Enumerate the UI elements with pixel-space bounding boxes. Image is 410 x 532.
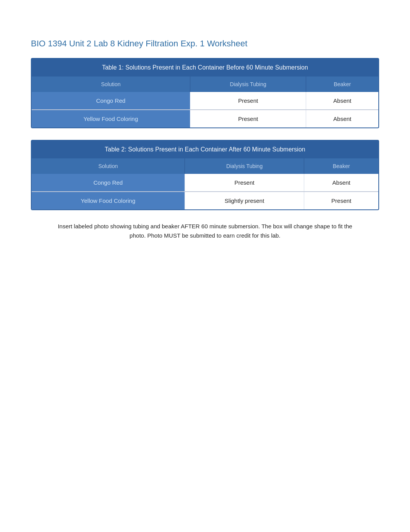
solution-cell: Congo Red bbox=[32, 174, 185, 192]
solution-cell: Yellow Food Coloring bbox=[32, 192, 185, 209]
table1-title: Table 1: Solutions Present in Each Conta… bbox=[32, 59, 378, 76]
table1-col-solution: Solution bbox=[32, 76, 190, 92]
solution-cell: Yellow Food Coloring bbox=[32, 110, 190, 127]
dialysis-cell: Present bbox=[190, 110, 306, 127]
dialysis-cell: Present bbox=[190, 92, 306, 110]
photo-note: Insert labeled photo showing tubing and … bbox=[51, 222, 359, 240]
beaker-cell: Present bbox=[304, 192, 378, 209]
table2-header-row: Solution Dialysis Tubing Beaker bbox=[32, 158, 378, 174]
beaker-cell: Absent bbox=[304, 174, 378, 192]
solution-cell: Congo Red bbox=[32, 92, 190, 110]
table-row: Yellow Food Coloring Slightly present Pr… bbox=[32, 192, 378, 209]
table2-container: Table 2: Solutions Present in Each Conta… bbox=[31, 140, 379, 210]
table-row: Congo Red Present Absent bbox=[32, 92, 378, 110]
table1-header-row: Solution Dialysis Tubing Beaker bbox=[32, 76, 378, 92]
table2-col-dialysis: Dialysis Tubing bbox=[185, 158, 304, 174]
table2-col-beaker: Beaker bbox=[304, 158, 378, 174]
table-row: Yellow Food Coloring Present Absent bbox=[32, 110, 378, 127]
table2-col-solution: Solution bbox=[32, 158, 185, 174]
table2: Solution Dialysis Tubing Beaker Congo Re… bbox=[32, 158, 378, 209]
beaker-cell: Absent bbox=[306, 92, 378, 110]
table1-container: Table 1: Solutions Present in Each Conta… bbox=[31, 58, 379, 128]
table1-col-beaker: Beaker bbox=[306, 76, 378, 92]
table1-col-dialysis: Dialysis Tubing bbox=[190, 76, 306, 92]
beaker-cell: Absent bbox=[306, 110, 378, 127]
table1: Solution Dialysis Tubing Beaker Congo Re… bbox=[32, 76, 378, 127]
page-title: BIO 1394 Unit 2 Lab 8 Kidney Filtration … bbox=[31, 39, 379, 49]
table-row: Congo Red Present Absent bbox=[32, 174, 378, 192]
dialysis-cell: Present bbox=[185, 174, 304, 192]
dialysis-cell: Slightly present bbox=[185, 192, 304, 209]
table2-title: Table 2: Solutions Present in Each Conta… bbox=[32, 141, 378, 158]
